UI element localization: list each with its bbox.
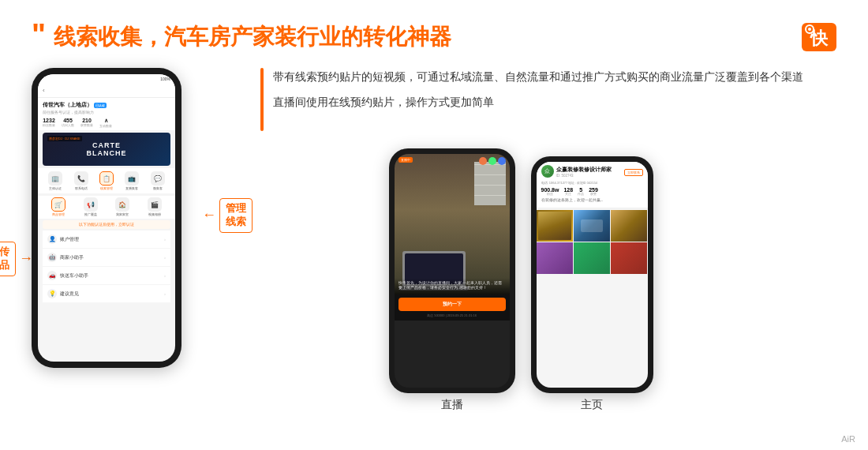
- homepage-contact-info: 电话: 1064-371277 地址: 欢迎ID 342154: [541, 181, 643, 185]
- homepage-images-grid: [537, 210, 648, 274]
- brand-logo: 快: [802, 23, 836, 51]
- phone-homepage-label: 主页: [581, 398, 603, 412]
- nav-micro: 💬 微集客: [151, 171, 165, 190]
- phone-banner: 潘彦宏DJ · DJ SNAKE CARTEBLANCHE: [43, 133, 170, 166]
- description-box: 带有线索预约贴片的短视频，可通过私域流量、自然流量和通过推广方式购买的商业流量广…: [260, 68, 844, 131]
- homepage-description: 在装修的这条路上，欢迎一起共赢...: [541, 198, 643, 203]
- chevron-right-icon: ›: [164, 291, 166, 296]
- stat-following: 128 关注: [563, 187, 573, 196]
- image-cell-6: [611, 242, 647, 274]
- image-cell-3: [611, 210, 647, 242]
- phone-homepage-screen: 众 众赢装修装修设计师家 ID: 502743 立即联系 电话: 1064-37…: [537, 162, 648, 388]
- stat-fans-count: 900.8w 粉丝: [541, 187, 559, 196]
- homepage-profile: 众 众赢装修装修设计师家 ID: 502743 立即联系 电话: 1064-37…: [537, 162, 648, 208]
- phone-menu-list: 👤 账户管理 › 🤖 商家小助手 › 🚗 快送车小助手 ›: [38, 231, 175, 302]
- livestream-cta-button[interactable]: 预约一下: [398, 298, 506, 311]
- back-icon: ‹: [43, 87, 45, 94]
- phone-left-screen: 100% ‹ 传世汽车（上地店） 已认证 前往服务号认证，提高影响力: [38, 74, 175, 362]
- stat-likes: 210 获赞数量: [80, 118, 93, 128]
- homepage-brand: 众 众赢装修装修设计师家 ID: 502743: [541, 165, 612, 178]
- viewer-avatars: [479, 157, 506, 165]
- homepage-brand-info: 众赢装修装修设计师家 ID: 502743: [556, 166, 612, 178]
- page-header: " 线索收集，汽车房产家装行业的转化神器 快: [0, 0, 868, 60]
- description-text: 带有线索预约贴片的短视频，可通过私域流量、自然流量和通过推广方式购买的商业流量广…: [273, 68, 803, 112]
- livestream-description: 快手首先，为设计你的直播间，大家 一起来入职人员，还需要上传产品价格，请务必安全…: [398, 281, 506, 291]
- quote-mark-icon: ": [32, 20, 46, 50]
- live-indicator: 直播中: [398, 157, 413, 163]
- orange-bar-decoration: [260, 68, 264, 131]
- phone-nav-header: ‹: [38, 84, 175, 98]
- manage-label: ← 管理线索: [202, 198, 253, 233]
- phone-livestream: 直播中 快手首先，为设计你的直播间，大家 一起来入职人员，还需要上传产品价格，请…: [389, 148, 515, 393]
- homepage-stats-row: 900.8w 粉丝 128 关注 5 作品: [541, 187, 643, 196]
- stat-visits: 455 访问人数: [62, 118, 74, 128]
- stat-liked: 259 获赞: [589, 187, 598, 196]
- phone-livestream-label: 直播: [441, 398, 463, 412]
- menu-car-assistant: 🚗 快送车小助手 ›: [43, 267, 170, 284]
- manage-label-box: 管理线索: [219, 198, 253, 233]
- phone-left: 100% ‹ 传世汽车（上地店） 已认证 前往服务号认证，提高影响力: [32, 68, 181, 368]
- phone-homepage: 众 众赢装修装修设计师家 ID: 502743 立即联系 电话: 1064-37…: [531, 156, 653, 393]
- phone-homepage-wrapper: 众 众赢装修装修设计师家 ID: 502743 立即联系 电话: 1064-37…: [531, 156, 653, 412]
- page-title: 线索收集，汽车房产家装行业的转化神器: [54, 22, 451, 52]
- menu-feedback: 💡 建议意见 ›: [43, 285, 170, 302]
- stat-fans: 1232 粉丝数量: [43, 118, 55, 128]
- livestream-video-area: 直播中 快手首先，为设计你的直播间，大家 一起来入职人员，还需要上传产品价格，请…: [395, 154, 510, 294]
- account-icon: 👤: [47, 234, 57, 244]
- main-content: 上传商品 → 100% ‹ 传世汽车（上地店）: [0, 68, 868, 412]
- chevron-right-icon: ›: [164, 273, 166, 278]
- profile-subtitle: 前往服务号认证，提高影响力: [43, 110, 170, 114]
- products-icon: 🛒: [51, 197, 65, 212]
- live-icon: 📺: [125, 171, 139, 186]
- left-phone-section: 上传商品 → 100% ‹ 传世汽车（上地店）: [32, 68, 181, 368]
- verified-badge: 已认证: [94, 103, 107, 108]
- nav-leads: 📋 线索管理: [99, 171, 114, 190]
- svg-point-3: [808, 28, 811, 31]
- upload-label: 上传商品 →: [0, 242, 33, 276]
- upload-label-box: 上传商品: [0, 242, 16, 276]
- album-icon: 🎬: [148, 197, 162, 212]
- menu-merchant-assistant: 🤖 商家小助手 ›: [43, 249, 170, 266]
- image-cell-5: [574, 242, 610, 274]
- chevron-right-icon: ›: [164, 237, 166, 242]
- nav-row-2: 🛒 商品管理 📢 推广覆盖 🏠 我家家室 🎬: [38, 196, 175, 219]
- nav-promote: 📢 推广覆盖: [84, 197, 98, 216]
- phone-icon: 📞: [74, 171, 88, 186]
- phone-livestream-screen: 直播中 快手首先，为设计你的直播间，大家 一起来入职人员，还需要上传产品价格，请…: [395, 154, 510, 388]
- nav-phone: 📞 联系电话: [74, 171, 88, 190]
- phones-row: 直播中 快手首先，为设计你的直播间，大家 一起来入职人员，还需要上传产品价格，请…: [197, 148, 844, 412]
- chevron-right-icon: ›: [164, 255, 166, 260]
- watermark: AiR: [841, 434, 855, 444]
- promote-icon: 📢: [84, 197, 98, 212]
- micro-icon: 💬: [151, 171, 165, 186]
- stat-interact: ∧ 互动数量: [99, 118, 112, 128]
- nav-live: 📺 直播集客: [125, 171, 139, 190]
- home-icon: 🏠: [115, 197, 129, 212]
- leads-icon: 📋: [99, 171, 114, 186]
- kuaishou-logo-icon: 快: [802, 23, 836, 51]
- feedback-icon: 💡: [47, 289, 57, 298]
- homepage-contact-btn[interactable]: 立即联系: [624, 169, 643, 176]
- phone-livestream-wrapper: 直播中 快手首先，为设计你的直播间，大家 一起来入职人员，还需要上传产品价格，请…: [389, 148, 515, 412]
- entity-cert-icon: 🏢: [48, 171, 62, 186]
- image-cell-4: [537, 242, 573, 274]
- phone-profile-section: 传世汽车（上地店） 已认证 前往服务号认证，提高影响力 1232 粉丝数量 45…: [38, 98, 175, 130]
- profile-stats-row: 1232 粉丝数量 455 访问人数 210 获赞数量: [43, 118, 170, 128]
- car-icon: 🚗: [47, 271, 57, 280]
- right-content-section: 带有线索预约贴片的短视频，可通过私域流量、自然流量和通过推广方式购买的商业流量广…: [197, 68, 844, 412]
- menu-account: 👤 账户管理 ›: [43, 231, 170, 248]
- merchant-icon: 🤖: [47, 253, 57, 262]
- nav-album: 🎬 视频相册: [148, 197, 162, 216]
- livestream-stats: 高达 500000 | 2019-09-25 21:31:16: [398, 313, 506, 317]
- nav-products: 🛒 商品管理: [51, 197, 65, 216]
- stat-works: 5 作品: [578, 187, 584, 196]
- profile-name: 传世汽车（上地店） 已认证: [43, 101, 170, 109]
- homepage-logo-circle: 众: [541, 165, 554, 178]
- nav-row-1: 🏢 主体认证 📞 联系电话 📋 线索管理 📺: [38, 168, 175, 193]
- livestream-controls: 预约一下 高达 500000 | 2019-09-25 21:31:16: [395, 294, 510, 321]
- nav-entity-cert: 🏢 主体认证: [48, 171, 62, 190]
- homepage-header-row: 众 众赢装修装修设计师家 ID: 502743 立即联系: [541, 165, 643, 179]
- verify-hint: 以下功能认证后使用，立即认证: [43, 220, 170, 229]
- nav-home: 🏠 我家家室: [115, 197, 129, 216]
- wall-tiles-visual: [474, 162, 506, 205]
